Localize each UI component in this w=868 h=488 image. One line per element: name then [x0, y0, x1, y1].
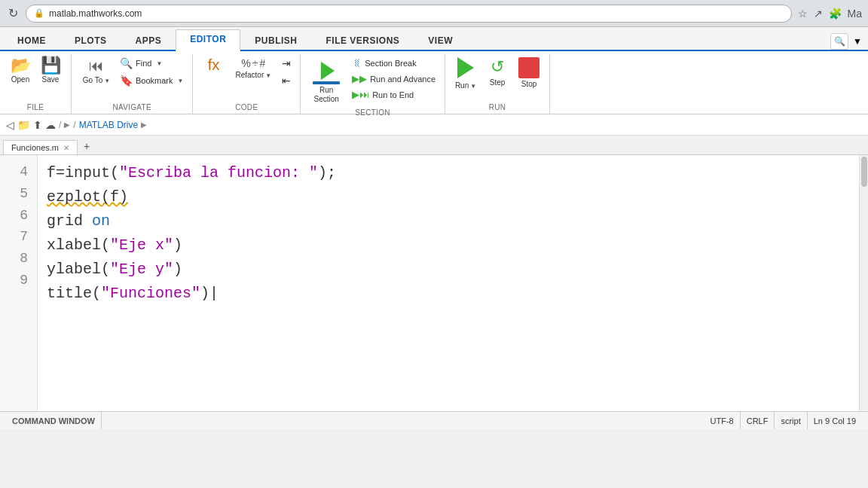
ribbon-group-run: Run ▼ ↺ Step Stop RUN — [445, 54, 550, 114]
encoding-section: UTF-8 — [704, 412, 741, 429]
open-icon: 📂 — [11, 57, 31, 74]
ribbon-expand-icon[interactable]: ▼ — [853, 36, 862, 47]
run-label: Run — [455, 81, 469, 90]
nav-back-icon[interactable]: ◁ — [6, 119, 14, 131]
open-label: Open — [11, 75, 29, 84]
nav-upload-icon[interactable]: ⬆ — [33, 119, 42, 131]
step-button[interactable]: ↺ Step — [483, 56, 512, 89]
url-text: matlab.mathworks.com — [49, 8, 142, 19]
scroll-thumb[interactable] — [861, 157, 867, 187]
run-end-button[interactable]: ▶⏭ Run to End — [349, 87, 439, 102]
code-group-label: CODE — [196, 102, 297, 114]
open-button[interactable]: 📂 Open — [6, 56, 35, 86]
script-section: script — [775, 412, 807, 429]
run-section-button[interactable]: Run Section — [307, 56, 346, 105]
extensions-icon[interactable]: 🧩 — [829, 8, 842, 20]
line-ending-label: CRLF — [747, 416, 769, 425]
indent-left-icon: ⇤ — [282, 75, 291, 87]
refactor-label: Refactor — [235, 71, 264, 80]
indent-right-button[interactable]: ⇥ — [279, 56, 294, 71]
section-break-icon: ⧛ — [352, 57, 362, 69]
tab-view[interactable]: VIEW — [414, 31, 467, 50]
command-window-section[interactable]: COMMAND WINDOW — [6, 412, 102, 429]
save-label: Save — [42, 75, 60, 84]
bookmark-dropdown-arrow: ▼ — [178, 78, 184, 84]
code-line-6: grid on — [47, 209, 850, 233]
tab-publish[interactable]: PUBLISH — [240, 31, 311, 50]
tab-apps[interactable]: APPS — [121, 31, 176, 50]
run-button[interactable]: Run ▼ — [451, 56, 480, 92]
stop-button[interactable]: Stop — [515, 56, 543, 90]
tab-close-icon[interactable]: ✕ — [63, 144, 69, 152]
ribbon-right-controls: 🔍 ▼ — [830, 33, 865, 50]
status-bar: COMMAND WINDOW UTF-8 CRLF script Ln 9 Co… — [0, 411, 868, 429]
save-button[interactable]: 💾 Save — [36, 56, 65, 86]
refactor-dropdown-arrow: ▼ — [265, 72, 271, 79]
section-break-button[interactable]: ⧛ Section Break — [349, 56, 439, 70]
editor-tab-funciones[interactable]: Funciones.m ✕ — [3, 140, 78, 154]
bookmark-button[interactable]: 🔖 Bookmark ▼ — [117, 73, 186, 88]
bookmark-icon: 🔖 — [120, 75, 133, 87]
code-text-9a: title( — [47, 285, 101, 302]
ribbon-search[interactable]: 🔍 — [830, 33, 848, 50]
browser-icons: ☆ ↗ 🧩 Ma — [798, 8, 862, 20]
tab-add-button[interactable]: + — [78, 138, 96, 154]
step-label: Step — [490, 78, 506, 87]
ribbon-content: 📂 Open 💾 Save FILE ⏮ Go To ▼ — [0, 51, 868, 114]
breadcrumb-drive-link[interactable]: MATLAB Drive — [79, 120, 138, 130]
fx-button[interactable]: fx — [199, 56, 228, 74]
code-text-4a: f=input( — [47, 164, 119, 181]
breadcrumb-toolbar-icons: ◁ 📁 ⬆ — [6, 119, 42, 131]
line-num-4: 4 — [9, 161, 28, 183]
stop-icon — [518, 57, 539, 78]
vertical-scrollbar[interactable] — [859, 155, 868, 411]
code-content[interactable]: f=input("Escriba la funcion: "); ezplot(… — [38, 155, 859, 411]
goto-label: Go To — [83, 76, 103, 85]
tab-bar: Funciones.m ✕ + — [0, 136, 868, 155]
find-dropdown-arrow: ▼ — [156, 60, 162, 67]
goto-button[interactable]: ⏮ Go To ▼ — [78, 56, 115, 87]
indent-left-button[interactable]: ⇤ — [279, 73, 294, 88]
menu-icon[interactable]: Ma — [848, 8, 862, 20]
code-keyword-6: on — [92, 212, 110, 230]
section-break-label: Section Break — [365, 59, 416, 68]
reload-icon[interactable]: ↻ — [6, 7, 20, 20]
run-section-icon-area — [313, 57, 340, 84]
code-line-9[interactable]: title("Funciones") — [47, 282, 850, 306]
run-end-label: Run to End — [372, 90, 414, 99]
address-bar[interactable]: 🔒 matlab.mathworks.com — [26, 5, 792, 23]
share-icon[interactable]: ↗ — [814, 8, 823, 20]
ribbon-group-navigate: ⏮ Go To ▼ 🔍 Find ▼ 🔖 Bookmark ▼ — [72, 54, 193, 114]
navigate-group-content: ⏮ Go To ▼ 🔍 Find ▼ 🔖 Bookmark ▼ — [75, 54, 189, 102]
code-line-5: ezplot(f) — [47, 185, 850, 209]
file-group-content: 📂 Open 💾 Save — [3, 54, 68, 102]
ribbon-group-code: fx % ÷ # Refactor ▼ ⇥ — [193, 54, 301, 114]
bookmark-star-icon[interactable]: ☆ — [798, 8, 808, 20]
matlab-drive-cloud-icon[interactable]: ☁ — [45, 119, 56, 131]
tab-home[interactable]: HOME — [3, 31, 60, 50]
tab-editor[interactable]: EDITOR — [176, 29, 240, 51]
run-play-icon — [457, 57, 474, 78]
breadcrumb-drive-arrow[interactable]: ▶ — [141, 120, 147, 129]
run-advance-button[interactable]: ▶▶ Run and Advance — [349, 72, 439, 86]
refactor-button[interactable]: % ÷ # Refactor ▼ — [232, 56, 274, 81]
stop-label: Stop — [521, 80, 537, 89]
step-icon: ↺ — [491, 57, 504, 77]
nav-folder-icon[interactable]: 📁 — [17, 119, 30, 131]
code-text-8b: ) — [173, 261, 182, 278]
find-button[interactable]: 🔍 Find ▼ — [117, 56, 186, 71]
indent-right-icon: ⇥ — [282, 57, 291, 69]
find-bookmark-group: 🔍 Find ▼ 🔖 Bookmark ▼ — [117, 56, 186, 88]
ribbon-tabs: HOME PLOTS APPS EDITOR PUBLISH FILE VERS… — [0, 27, 868, 51]
code-text-9b: ) — [200, 285, 209, 302]
tab-plots[interactable]: PLOTS — [60, 31, 121, 50]
lock-icon: 🔒 — [34, 8, 44, 18]
code-editor[interactable]: 4 5 6 7 8 9 f=input("Escriba la funcion:… — [0, 155, 868, 411]
breadcrumb-expand-icon[interactable]: ▶ — [64, 120, 70, 129]
line-num-9: 9 — [9, 270, 28, 291]
section-small-buttons: ⧛ Section Break ▶▶ Run and Advance ▶⏭ Ru… — [349, 56, 439, 102]
run-dropdown-arrow: ▼ — [470, 83, 476, 90]
find-icon: 🔍 — [120, 57, 133, 69]
section-group-content: Run Section ⧛ Section Break ▶▶ Run and A… — [304, 54, 442, 107]
tab-file-versions[interactable]: FILE VERSIONS — [312, 31, 414, 50]
